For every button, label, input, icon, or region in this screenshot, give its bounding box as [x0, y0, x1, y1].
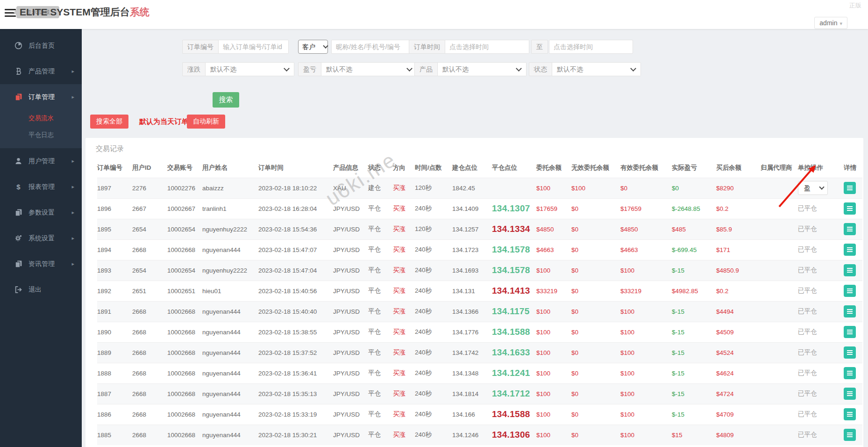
column-header: 实际盈亏 — [672, 158, 716, 178]
detail-button[interactable] — [844, 367, 856, 379]
cell-product: JPY/USD — [333, 342, 368, 363]
cell-actual-profit: $-2648.85 — [672, 198, 716, 219]
auto-refresh-button[interactable]: 自动刷新 — [187, 115, 225, 129]
cell-direction: 买涨 — [393, 363, 415, 383]
cell-duration: 240秒 — [415, 239, 452, 260]
cell-valid-entrust-balance: $4850 — [620, 219, 672, 239]
status-select[interactable]: 默认不选 — [552, 62, 641, 76]
detail-button[interactable] — [844, 244, 856, 256]
list-icon — [847, 288, 853, 293]
cell-invalid-entrust-balance: $0 — [571, 219, 620, 239]
detail-button[interactable] — [844, 346, 856, 359]
detail-button[interactable] — [844, 408, 856, 420]
cell-username: nguyenan444 — [202, 322, 258, 342]
cell-account: 10002668 — [167, 342, 202, 363]
sidebar-subitem-close-log[interactable]: 平仓日志 — [0, 127, 82, 144]
cell-detail — [844, 198, 862, 219]
order-icon — [14, 93, 22, 101]
sidebar-item-products[interactable]: 产品管理 ▸ — [0, 58, 82, 84]
order-no-input[interactable] — [219, 40, 289, 54]
sidebar-item-dashboard[interactable]: 后台首页 — [0, 33, 82, 58]
column-header: 单控操作 — [798, 158, 844, 178]
sidebar-item-reports[interactable]: $ 报表管理 ▸ — [0, 174, 82, 200]
cell-direction: 买涨 — [393, 281, 415, 301]
detail-button[interactable] — [844, 326, 856, 338]
detail-button[interactable] — [844, 264, 856, 276]
cell-product: JPY/USD — [333, 322, 368, 342]
detail-button[interactable] — [844, 182, 856, 194]
cell-username: hieu01 — [202, 281, 258, 301]
cell-invalid-entrust-balance: $0 — [571, 198, 620, 219]
detail-button[interactable] — [844, 305, 856, 317]
cell-order: 1890 — [97, 322, 132, 342]
cell-after-balance: $171 — [716, 239, 761, 260]
product-select[interactable]: 默认不选 — [438, 62, 526, 76]
cell-after-balance: $4724 — [716, 383, 761, 404]
cell-valid-entrust-balance: $100 — [620, 425, 672, 445]
column-header: 委托余额 — [536, 158, 571, 178]
sidebar-item-system[interactable]: 系统设置 ▸ — [0, 225, 82, 251]
table-row: 1886266810002668nguyenan4442023-02-18 15… — [97, 404, 862, 425]
end-time-input[interactable] — [549, 40, 633, 54]
search-button[interactable]: 搜索 — [213, 92, 239, 108]
cell-account: 10002668 — [167, 301, 202, 322]
profit-loss-select[interactable]: 默认不选 — [321, 62, 417, 76]
cell-close-price: 134.1334 — [492, 219, 536, 239]
cell-status: 平仓 — [368, 281, 393, 301]
cell-actual-profit: $-699.45 — [672, 239, 716, 260]
customer-search-input[interactable] — [331, 40, 410, 54]
sidebar-item-news[interactable]: 资讯管理 ▸ — [0, 251, 82, 277]
cell-order-time: 2023-02-18 15:47:07 — [258, 239, 333, 260]
cell-control: 已平仓 — [798, 425, 844, 445]
admin-user-dropdown[interactable]: admin▾ — [814, 17, 847, 29]
cell-agent — [761, 260, 798, 281]
cell-account: 10002668 — [167, 239, 202, 260]
cell-user-id: 2654 — [132, 219, 167, 239]
cell-agent — [761, 198, 798, 219]
customer-type-select[interactable]: 客户 — [298, 40, 328, 54]
detail-button[interactable] — [844, 388, 856, 400]
sidebar-item-users[interactable]: 用户管理 ▸ — [0, 148, 82, 174]
closed-status-label: 已平仓 — [798, 349, 817, 356]
cell-close-price: 134.1306 — [492, 425, 536, 445]
cell-invalid-entrust-balance: $0 — [571, 383, 620, 404]
cell-invalid-entrust-balance: $0 — [571, 301, 620, 322]
cell-user-id: 2651 — [132, 281, 167, 301]
cell-duration: 120秒 — [415, 178, 452, 198]
cell-agent — [761, 404, 798, 425]
rise-fall-select[interactable]: 默认不选 — [206, 62, 294, 76]
detail-button[interactable] — [844, 285, 856, 297]
win-loss-select[interactable]: 盈 — [798, 181, 828, 195]
closed-status-label: 已平仓 — [798, 369, 817, 376]
sidebar-subitem-transactions[interactable]: 交易流水 — [0, 110, 82, 127]
cell-status: 平仓 — [368, 198, 393, 219]
cell-actual-profit: $-15 — [672, 383, 716, 404]
cell-agent — [761, 178, 798, 198]
sidebar-item-parameters[interactable]: 参数设置 ▸ — [0, 200, 82, 225]
sidebar-group-orders: 订单管理 ▸ 交易流水 平仓日志 — [0, 84, 82, 148]
cell-duration: 240秒 — [415, 383, 452, 404]
sidebar-item-logout[interactable]: 退出 — [0, 277, 82, 303]
sidebar-item-orders[interactable]: 订单管理 ▸ — [0, 84, 82, 110]
cell-close-price: 134.1241 — [492, 363, 536, 383]
sidebar-item-label: 订单管理 — [28, 93, 55, 101]
search-all-button[interactable]: 搜索全部 — [90, 115, 128, 129]
sidebar-item-label: 退出 — [28, 286, 42, 294]
start-time-input[interactable] — [445, 40, 529, 54]
cell-account: 10002668 — [167, 425, 202, 445]
cell-account: 10002668 — [167, 404, 202, 425]
list-icon — [847, 227, 853, 231]
dashboard-icon — [14, 42, 22, 50]
table-row: 1893265410002654nguyenhuy22222023-02-18 … — [97, 260, 862, 281]
cell-account: 10002667 — [167, 198, 202, 219]
sidebar-item-label: 资讯管理 — [28, 260, 55, 268]
cell-open-price: 134.1742 — [452, 342, 492, 363]
detail-button[interactable] — [844, 429, 856, 441]
cell-status: 建仓 — [368, 178, 393, 198]
detail-button[interactable] — [844, 202, 856, 215]
cell-control: 已平仓 — [798, 404, 844, 425]
detail-button[interactable] — [844, 223, 856, 235]
cell-actual-profit: $-15 — [672, 363, 716, 383]
cell-account: 10002651 — [167, 281, 202, 301]
cell-direction: 买涨 — [393, 342, 415, 363]
